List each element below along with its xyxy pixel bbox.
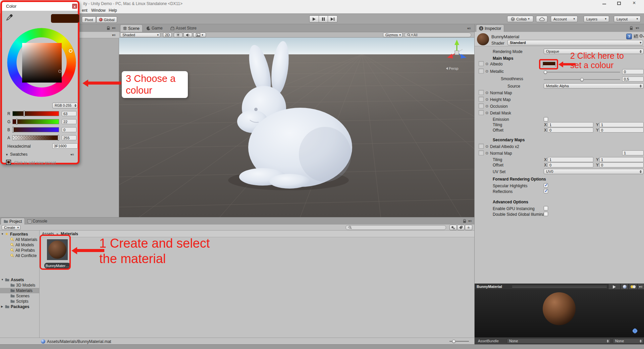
lighting-toggle[interactable] [174, 33, 182, 37]
menu-item-window[interactable]: Window [91, 8, 106, 13]
secondary-normal-texture-slot[interactable] [479, 150, 484, 155]
pivot-button[interactable]: Pivot [82, 16, 96, 23]
eyedropper-icon[interactable] [6, 14, 13, 21]
smoothness-slider[interactable] [544, 79, 620, 80]
persp-control[interactable]: Persp [446, 66, 459, 70]
search-by-type-button[interactable] [449, 225, 457, 230]
tree-item-packages[interactable]: ▶ Packages [0, 304, 40, 309]
globe-icon[interactable] [632, 328, 638, 334]
scene-viewport[interactable]: Persp [119, 38, 474, 217]
slider-thumb[interactable] [16, 119, 17, 124]
height-map-texture-slot[interactable] [479, 97, 484, 102]
slider-thumb[interactable] [544, 70, 547, 74]
color-mode-dropdown[interactable]: RGB 0-255 [52, 103, 78, 108]
target-icon[interactable]: ⊙ [485, 62, 488, 66]
audio-toggle[interactable] [183, 33, 192, 37]
target-icon[interactable]: ⊙ [485, 91, 488, 95]
secondary-normal-value-field[interactable]: 1 [622, 150, 644, 155]
preset-swatch[interactable] [6, 160, 11, 165]
panel-menu-icon[interactable] [112, 26, 116, 30]
a-slider[interactable] [12, 135, 59, 140]
tree-item-scenes[interactable]: Scenes [0, 293, 40, 299]
search-by-label-button[interactable] [457, 225, 465, 230]
target-icon[interactable]: ⊙ [485, 69, 488, 73]
dialog-close-button[interactable]: x [72, 4, 77, 9]
sv-square[interactable] [22, 43, 62, 83]
gizmos-dropdown[interactable]: Gizmos ▾ [383, 33, 402, 37]
b-value-field[interactable]: 0 [62, 127, 76, 132]
tab-asset-store[interactable]: Asset Store [168, 24, 199, 32]
offset2-y-field[interactable]: 0 [599, 162, 644, 167]
account-button[interactable]: Account▾ [551, 16, 578, 22]
target-icon[interactable]: ⊙ [485, 98, 488, 101]
tree-item-all-prefabs[interactable]: All Prefabs [0, 248, 40, 253]
offset-y-field[interactable]: 0 [599, 128, 644, 133]
preview-play-button[interactable] [608, 284, 620, 290]
g-value-field[interactable]: 22 [62, 119, 76, 124]
thumbnail-size-slider[interactable] [449, 341, 469, 342]
preset-hint[interactable]: Click to add new preset [14, 160, 56, 165]
b-slider[interactable] [12, 127, 59, 132]
global-button[interactable]: Global [96, 16, 117, 23]
tiling-y-field[interactable]: 1 [599, 122, 644, 127]
tree-item-3d-models[interactable]: 3D Models [0, 283, 40, 288]
uv-set-dropdown[interactable]: UV0 [544, 169, 644, 174]
effects-dropdown[interactable]: ▾ [193, 33, 206, 37]
preview-header[interactable]: BunnyMaterial [475, 284, 644, 289]
target-icon[interactable]: ⊙ [485, 145, 488, 148]
tiling2-y-field[interactable]: 1 [599, 157, 644, 162]
r-value-field[interactable]: 63 [62, 111, 76, 116]
r-slider[interactable] [12, 111, 59, 116]
help-icon[interactable]: ? [626, 34, 632, 39]
menu-item-partial[interactable]: ent [82, 8, 88, 13]
current-color-swatch[interactable] [51, 14, 79, 23]
scene-search-input[interactable]: ▾ All [404, 33, 471, 37]
tree-item-scripts[interactable]: Scripts [0, 299, 40, 304]
create-dropdown[interactable]: Create ▾ [2, 225, 20, 230]
expander-icon[interactable]: ▼ [5, 153, 8, 156]
slider-thumb[interactable] [12, 127, 14, 133]
preview-lighting-button[interactable] [629, 284, 637, 290]
offset-x-field[interactable]: 0 [548, 128, 593, 133]
metallic-slider[interactable] [544, 72, 620, 72]
minimize-icon[interactable] [602, 4, 606, 4]
slider-thumb[interactable] [452, 340, 455, 343]
double-sided-gi-checkbox[interactable] [544, 212, 548, 216]
offset2-x-field[interactable]: 0 [548, 162, 593, 167]
play-button[interactable] [309, 15, 319, 22]
collab-button[interactable]: ✓ Collab▾ [507, 16, 533, 22]
smoothness-value-field[interactable]: 0,5 [622, 77, 644, 82]
lock-icon[interactable] [463, 219, 466, 223]
normal-map-texture-slot[interactable] [479, 90, 484, 95]
slider-thumb[interactable] [58, 135, 59, 141]
layout-button[interactable]: Layout▾ [614, 16, 641, 22]
hex-field[interactable]: 3F1600 [52, 143, 78, 149]
tab-inspector[interactable]: i Inspector [476, 24, 504, 32]
occlusion-texture-slot[interactable] [479, 103, 484, 108]
lock-icon[interactable] [630, 26, 633, 30]
preview-sphere-button[interactable] [621, 284, 628, 290]
expander-icon[interactable]: ▼ [1, 278, 4, 281]
presets-icon[interactable] [634, 34, 638, 39]
panel-menu-icon[interactable] [70, 153, 74, 156]
tree-item-all-materials[interactable]: All Materials [0, 237, 40, 242]
expander-icon[interactable]: ▶ [1, 305, 3, 308]
tree-item-assets[interactable]: ▼ Assets [0, 277, 40, 283]
a-value-field[interactable]: 255 [62, 135, 76, 140]
draw-mode-dropdown[interactable]: Shaded ▾ [120, 33, 160, 37]
close-icon[interactable]: × [633, 0, 636, 6]
dialog-title-bar[interactable]: Color x [2, 2, 78, 11]
cloud-button[interactable] [536, 16, 547, 22]
tree-item-all-models[interactable]: All Models [0, 242, 40, 248]
assetbundle-dropdown[interactable]: None [507, 338, 611, 344]
step-button[interactable] [328, 15, 337, 22]
panel-menu-icon[interactable] [112, 33, 116, 37]
metallic-texture-slot[interactable] [479, 68, 484, 73]
slider-thumb[interactable] [580, 78, 584, 81]
reflections-checkbox[interactable] [544, 189, 548, 193]
preview-menu-button[interactable] [637, 284, 644, 290]
tiling2-x-field[interactable]: 1 [548, 157, 593, 162]
sv-indicator[interactable] [58, 70, 61, 73]
layers-button[interactable]: Layers▾ [584, 16, 609, 22]
expander-icon[interactable]: ▼ [1, 233, 4, 236]
